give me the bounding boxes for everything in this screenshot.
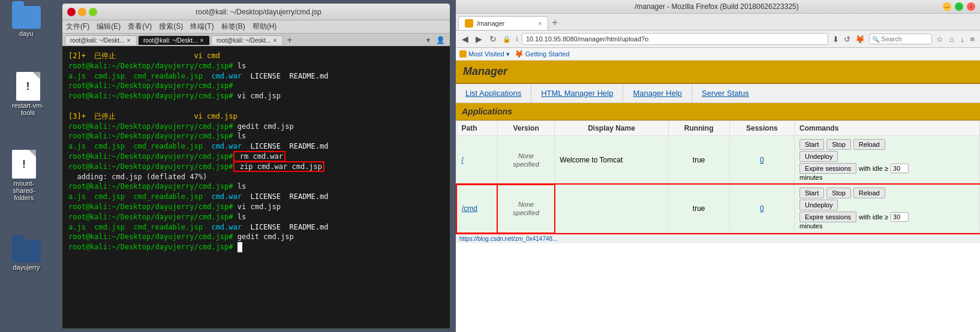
nav-manager-help[interactable]: Manager Help — [623, 84, 692, 102]
nav-html-manager-help[interactable]: HTML Manager Help — [531, 84, 623, 102]
browser-tab-manager[interactable]: /manager × — [458, 16, 548, 30]
term-line-4: root@kali:~/Desktop/dayujerry/cmd.jsp# — [68, 81, 444, 91]
most-visited-label: Most Visited — [468, 50, 504, 58]
cmd-path-link[interactable]: /cmd — [462, 204, 477, 213]
url-bar[interactable] — [522, 33, 828, 45]
menu-help[interactable]: 帮助(H) — [252, 22, 277, 32]
root-minutes-label: minutes — [799, 174, 975, 181]
term-line-9: root@kali:~/Desktop/dayujerry/cmd.jsp# l… — [68, 131, 444, 141]
terminal-body[interactable]: [2]+ 已停止 vi cmd root@kali:~/Desktop/dayu… — [62, 46, 450, 328]
root-sessions-link[interactable]: 0 — [760, 156, 764, 164]
getting-started-bookmark[interactable]: 🦊 Getting Started — [515, 50, 570, 58]
terminal-tab-menu-button[interactable]: ▾ — [424, 36, 432, 44]
browser-minimize-button[interactable]: — — [943, 2, 951, 11]
root-reload-button[interactable]: Reload — [853, 139, 885, 150]
cmd-start-button[interactable]: Start — [799, 188, 824, 198]
browser-content: Manager List Applications HTML Manager H… — [456, 61, 980, 332]
browser-maximize-button[interactable]: □ — [955, 2, 963, 11]
row-cmd-commands: Start Stop Reload Undeploy Expire sessio… — [794, 185, 979, 233]
home-icon[interactable]: ⌂ — [948, 34, 956, 45]
desktop-icon-dayujerry[interactable]: dayujerry — [12, 240, 41, 271]
col-commands: Commands — [794, 121, 979, 136]
cmd-with-idle-label: with idle ≥ — [859, 213, 888, 221]
term-line-15: a.js cmd.jsp cmd_readable.jsp cmd.war LI… — [68, 192, 444, 202]
menu-view[interactable]: 查看(V) — [128, 22, 152, 32]
applications-table: Path Version Display Name Running Sessio… — [456, 120, 980, 234]
nav-list-applications[interactable]: List Applications — [456, 84, 531, 102]
terminal-title: root@kali: ~/Desktop/dayujerry/cmd.jsp — [97, 8, 420, 16]
terminal-tab-3[interactable]: root@kali: ~/Deskt... × — [211, 35, 283, 45]
root-stop-button[interactable]: Stop — [826, 139, 851, 150]
root-expire-input[interactable] — [891, 164, 909, 173]
tab-close-button[interactable]: × — [538, 20, 542, 27]
back-button[interactable]: ◀ — [459, 33, 471, 45]
nav-server-status[interactable]: Server Status — [692, 84, 759, 102]
most-visited-icon — [459, 50, 467, 58]
term-line-1: [2]+ 已停止 vi cmd — [68, 51, 444, 61]
download-icon[interactable]: ⬇ — [831, 34, 841, 45]
tab-title: /manager — [477, 20, 504, 27]
cmd-sessions-link[interactable]: 0 — [760, 204, 764, 213]
manager-header-title: Manager — [463, 65, 507, 77]
cmd-minutes-label: minutes — [799, 222, 975, 230]
terminal-new-tab-button[interactable]: + — [284, 35, 294, 46]
cmd-expire-input[interactable] — [891, 212, 909, 222]
browser-titlebar: /manager - Mozilla Firefox (Build 201806… — [456, 0, 980, 14]
menu-file[interactable]: 文件(F) — [66, 22, 89, 32]
tab-favicon — [465, 19, 473, 28]
root-start-button[interactable]: Start — [799, 139, 824, 150]
firefox-icon[interactable]: 🦊 — [853, 34, 867, 45]
desktop: dayu ! restart-vm- tools ! mount- shared… — [0, 0, 456, 332]
tab2-label: root@kali: ~/Deskt... — [143, 37, 197, 44]
cmd-stop-button[interactable]: Stop — [826, 188, 851, 198]
most-visited-bookmark[interactable]: Most Visited ▾ — [459, 50, 510, 58]
tab3-close[interactable]: × — [273, 37, 276, 44]
bookmark-star-icon[interactable]: ☆ — [934, 34, 945, 45]
tab2-close[interactable]: × — [200, 37, 203, 44]
row-root-commands: Start Stop Reload Undeploy Expire sessio… — [794, 136, 979, 185]
terminal-tabs: root@kali: ~/Deskt... × root@kali: ~/Des… — [62, 34, 450, 46]
forward-button[interactable]: ▶ — [473, 33, 485, 45]
menu-search[interactable]: 搜索(S) — [159, 22, 183, 32]
refresh-icon[interactable]: ↺ — [842, 34, 852, 45]
terminal-tab-2[interactable]: root@kali: ~/Deskt... × — [138, 35, 210, 45]
root-undeploy-button[interactable]: Undeploy — [799, 151, 838, 162]
tab1-close[interactable]: × — [127, 37, 130, 44]
cmd-expire-sessions-button[interactable]: Expire sessions — [799, 212, 856, 222]
browser-new-tab-button[interactable]: + — [548, 17, 562, 29]
term-line-11: root@kali:~/Desktop/dayujerry/cmd.jsp# r… — [68, 152, 285, 162]
cmd-reload-button[interactable]: Reload — [853, 188, 885, 198]
desktop-icon-restart-vm-tools[interactable]: ! restart-vm- tools — [12, 72, 44, 116]
reload-button[interactable]: ↻ — [487, 33, 499, 45]
root-expire-sessions-button[interactable]: Expire sessions — [799, 163, 856, 174]
terminal-minimize-button[interactable] — [78, 8, 86, 16]
terminal-tab-1[interactable]: root@kali: ~/Deskt... × — [65, 35, 137, 45]
desktop-icon-dayu[interactable]: dayu — [12, 6, 41, 37]
row-cmd-version: Nonespecified — [497, 185, 554, 233]
menu-terminal[interactable]: 终端(T) — [190, 22, 214, 32]
status-bar: https://blog.csdn.net/zm_0x414748... — [456, 234, 980, 243]
download-manager-icon[interactable]: ↓ — [958, 34, 966, 45]
menu-edit[interactable]: 编辑(E) — [97, 22, 121, 32]
term-line-17: root@kali:~/Desktop/dayujerry/cmd.jsp# l… — [68, 212, 444, 222]
icon-label-dayu: dayu — [19, 30, 34, 37]
terminal-window: root@kali: ~/Desktop/dayujerry/cmd.jsp 文… — [62, 3, 450, 329]
root-expire-row: Expire sessions with idle ≥ — [799, 163, 975, 174]
terminal-maximize-button[interactable] — [89, 8, 97, 16]
root-path-link[interactable]: / — [462, 156, 464, 164]
term-line-5: root@kali:~/Desktop/dayujerry/cmd.jsp# v… — [68, 91, 444, 101]
search-input[interactable] — [881, 34, 929, 44]
menu-tabs[interactable]: 标签(B) — [221, 22, 245, 32]
desktop-icon-mount-shared-folders[interactable]: ! mount- shared- folders — [12, 150, 36, 201]
terminal-window-controls[interactable] — [67, 8, 97, 16]
more-icon[interactable]: ≡ — [968, 34, 976, 45]
file-icon-mount: ! — [12, 150, 36, 179]
folder-icon-dayujerry — [12, 240, 41, 262]
browser-close-button[interactable]: × — [967, 2, 975, 11]
search-glass-icon: 🔍 — [872, 36, 879, 43]
cmd-undeploy-button[interactable]: Undeploy — [799, 200, 838, 210]
browser-window-controls[interactable]: — □ × — [943, 2, 975, 11]
ssl-lock-icon: 🔒 — [501, 35, 512, 43]
terminal-close-button[interactable] — [67, 8, 76, 16]
terminal-user-icon[interactable]: 👤 — [434, 36, 447, 44]
